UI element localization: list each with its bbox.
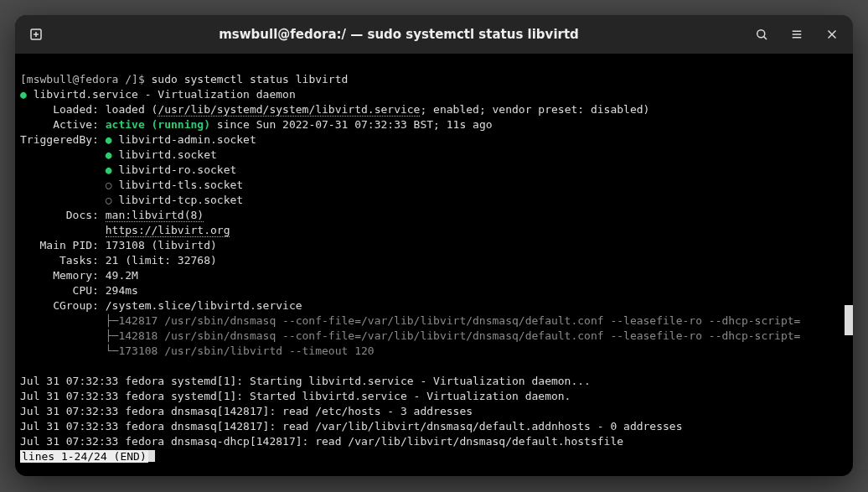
bullet-off-icon: ○ [106,194,112,206]
trigger-name: libvirtd-tls.socket [118,179,243,191]
active-label: Active: [20,118,106,131]
service-name: libvirtd.service [34,88,138,101]
memory-label: Memory: [20,269,106,282]
tasks-label: Tasks: [20,254,106,267]
log-line: Jul 31 07:32:33 fedora dnsmasq[142817]: … [20,405,473,417]
pager-status: lines 1-24/24 (END) [20,450,148,463]
trigger-name: libvirtd-admin.socket [118,133,256,146]
active-state: active (running) [106,118,210,131]
process-line: ├─142817 /usr/sbin/dnsmasq --conf-file=/… [20,314,800,327]
bullet-on-icon: ● [106,163,112,176]
shell-prompt: [mswbull@fedora /]$ [20,73,152,85]
loaded-pre: loaded ( [106,103,158,116]
status-bullet-icon: ● [20,88,27,101]
docs-link[interactable]: https://libvirt.org [106,224,230,237]
tasks-value: 21 (limit: 32768) [106,254,217,267]
trigger-name: libvirtd-ro.socket [118,163,236,176]
log-line: Jul 31 07:32:33 fedora systemd[1]: Start… [20,390,571,402]
main-pid-value: 173108 (libvirtd) [106,239,217,251]
loaded-post: ; enabled; vendor preset: disabled) [420,103,649,116]
cpu-value: 294ms [106,284,138,297]
cpu-label: CPU: [20,284,106,297]
memory-value: 49.2M [106,269,138,282]
cgroup-value: /system.slice/libvirtd.service [106,299,302,312]
shell-command: sudo systemctl status libvirtd [152,73,349,85]
docs-label: Docs: [20,209,106,221]
search-icon [754,27,769,42]
trigger-name: libvirtd.socket [118,148,216,161]
log-line: Jul 31 07:32:33 fedora dnsmasq-dhcp[1428… [20,435,623,448]
process-line: └─173108 /usr/sbin/libvirtd --timeout 12… [20,344,375,357]
svg-line-4 [764,37,767,39]
svg-point-3 [757,30,765,38]
unit-file-path: /usr/lib/systemd/system/libvirtd.service [158,103,420,117]
cursor-icon [148,450,155,462]
search-button[interactable] [747,20,776,49]
process-line: ├─142818 /usr/sbin/dnsmasq --conf-file=/… [20,329,800,342]
menu-button[interactable] [783,20,811,49]
bullet-on-icon: ● [106,148,112,161]
docs-link[interactable]: man:libvirtd(8) [106,209,204,222]
trigger-name: libvirtd-tcp.socket [118,194,243,206]
main-pid-label: Main PID: [20,239,106,251]
hamburger-icon [789,27,804,42]
active-since: since Sun 2022-07-31 07:32:33 BST; 11s a… [210,118,493,131]
service-desc: - Virtualization daemon [138,88,296,101]
close-button[interactable] [818,20,846,49]
terminal-window: mswbull@fedora:/ — sudo systemctl status… [15,15,853,476]
cgroup-label: CGroup: [20,299,106,312]
bullet-on-icon: ● [106,133,112,146]
bullet-off-icon: ○ [106,179,112,191]
triggeredby-label: TriggeredBy: [20,133,106,146]
new-tab-button[interactable] [22,20,50,49]
log-line: Jul 31 07:32:33 fedora systemd[1]: Start… [20,375,591,387]
horizontal-overflow-indicator: > > [845,305,853,335]
log-line: Jul 31 07:32:33 fedora dnsmasq[142817]: … [20,420,683,432]
window-title: mswbull@fedora:/ — sudo systemctl status… [57,27,741,42]
terminal-body[interactable]: [mswbull@fedora /]$ sudo systemctl statu… [15,54,853,476]
close-icon [824,27,840,42]
titlebar: mswbull@fedora:/ — sudo systemctl status… [15,15,853,54]
loaded-label: Loaded: [20,103,106,116]
